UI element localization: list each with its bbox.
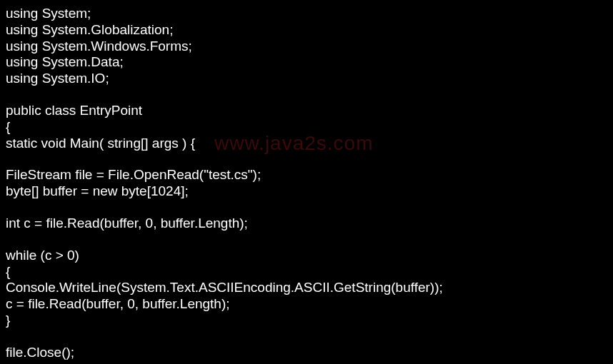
code-line: using System; bbox=[6, 6, 607, 22]
code-line: while (c > 0) bbox=[6, 248, 607, 264]
code-line: c = file.Read(buffer, 0, buffer.Length); bbox=[6, 296, 607, 313]
code-line: file.Close(); bbox=[6, 345, 607, 361]
code-line: byte[] buffer = new byte[1024]; bbox=[6, 183, 607, 200]
blank-line bbox=[6, 329, 607, 345]
code-line: using System.Data; bbox=[6, 54, 607, 71]
blank-line bbox=[6, 151, 607, 167]
code-line: Console.WriteLine(System.Text.ASCIIEncod… bbox=[6, 280, 607, 296]
code-line: } bbox=[6, 361, 607, 364]
blank-line bbox=[6, 200, 607, 216]
code-line: using System.IO; bbox=[6, 71, 607, 87]
code-line: using System.Globalization; bbox=[6, 22, 607, 39]
code-line: { bbox=[6, 119, 607, 136]
code-line: { bbox=[6, 264, 607, 280]
code-line: } bbox=[6, 313, 607, 329]
blank-line bbox=[6, 87, 607, 103]
code-line: static void Main( string[] args ) { bbox=[6, 136, 607, 152]
code-line: using System.Windows.Forms; bbox=[6, 39, 607, 55]
code-line: public class EntryPoint bbox=[6, 103, 607, 119]
code-line: int c = file.Read(buffer, 0, buffer.Leng… bbox=[6, 216, 607, 232]
blank-line bbox=[6, 232, 607, 248]
code-block: using System; using System.Globalization… bbox=[6, 6, 607, 364]
code-line: FileStream file = File.OpenRead("test.cs… bbox=[6, 167, 607, 183]
